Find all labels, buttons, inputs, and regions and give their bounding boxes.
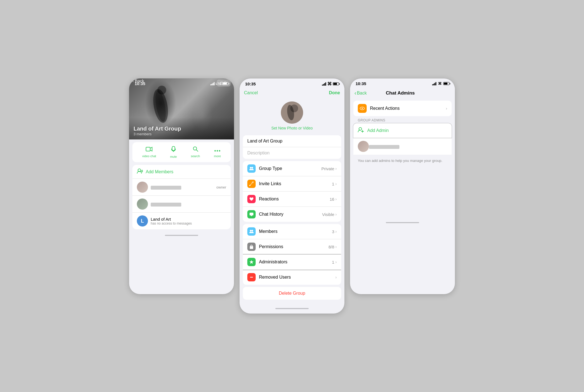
members-row[interactable]: Members 3 › — [243, 224, 341, 239]
group-type-icon — [247, 164, 256, 173]
screen2-edit-group: 10:35 ⌘ Cancel Done — [239, 78, 345, 314]
screen3-chat-admins: 10:35 ⌘ ‹ Back Chat Admins — [350, 78, 455, 294]
members-value: 3 — [332, 229, 334, 234]
battery-icon-3 — [443, 82, 449, 85]
svg-point-25 — [362, 108, 363, 109]
admin-avatar — [358, 141, 369, 152]
delete-section: Delete Group — [243, 287, 341, 300]
time-display: 10:35 — [135, 81, 145, 86]
photo-area: Set New Photo or Video — [240, 97, 344, 133]
lte-icon: LTE — [216, 82, 221, 85]
back-button-3[interactable]: ‹ Back — [354, 90, 367, 96]
mute-button[interactable]: mute — [170, 146, 177, 158]
svg-point-8 — [217, 150, 218, 152]
removed-icon — [247, 273, 256, 281]
add-members-icon — [137, 168, 143, 175]
member-row-3: L Land of Art has no access to messages — [132, 213, 231, 229]
signal-icon-2 — [322, 82, 326, 86]
recent-actions-label: Recent Actions — [370, 106, 446, 111]
group-name: Land of Art Group — [134, 126, 181, 132]
nav-bar-3: ‹ Back Chat Admins — [350, 88, 455, 98]
permissions-value: 8/8 — [328, 245, 334, 249]
svg-line-6 — [196, 150, 198, 151]
done-button[interactable]: Done — [329, 90, 340, 95]
home-indicator-2 — [275, 308, 309, 309]
add-members-row[interactable]: Add Members — [132, 165, 231, 179]
group-type-value: Private — [321, 166, 334, 171]
add-members-label: Add Members — [146, 169, 173, 174]
mute-label: mute — [170, 155, 177, 158]
battery-fill — [223, 83, 226, 85]
set-photo-label[interactable]: Set New Photo or Video — [271, 126, 313, 130]
svg-rect-18 — [250, 213, 253, 215]
cancel-button[interactable]: Cancel — [244, 90, 258, 95]
svg-point-16 — [250, 167, 251, 169]
member-row-1: owner — [132, 179, 231, 196]
search-button[interactable]: search — [191, 146, 200, 158]
status-bar-3: 10:35 ⌘ — [350, 78, 455, 88]
settings-section-2: Members 3 › Permissions 8/8 › — [243, 224, 341, 285]
svg-marker-19 — [251, 215, 252, 216]
recent-actions-row[interactable]: Recent Actions › — [353, 101, 452, 116]
group-photo[interactable] — [281, 101, 303, 124]
page-title-3: Chat Admins — [386, 90, 415, 96]
status-bar-2: 10:35 ⌘ — [240, 78, 344, 88]
svg-point-17 — [251, 167, 253, 169]
add-admin-row[interactable]: Add Admin — [353, 123, 452, 138]
permissions-row[interactable]: Permissions 8/8 › — [243, 239, 341, 254]
invite-links-label: Invite Links — [259, 181, 332, 186]
signal-icon — [210, 82, 215, 85]
member-name-blurred-1 — [151, 186, 181, 190]
member-name-3: Land of Art — [151, 217, 226, 222]
screen1-group-profile: 10:35 LTE — [129, 78, 234, 294]
member-name-1 — [151, 185, 214, 189]
admins-icon — [247, 258, 256, 266]
description-field[interactable]: Description — [243, 147, 341, 159]
administrators-label: Administrators — [259, 259, 332, 264]
settings-section-1: Group Type Private › Invite Links 1 › — [243, 161, 341, 222]
screens-container: 10:35 LTE — [129, 78, 455, 314]
chat-history-row[interactable]: Chat History Visible › — [243, 207, 341, 222]
administrators-value: 1 — [332, 260, 334, 264]
wifi-icon-3: ⌘ — [438, 82, 442, 86]
chevron-icon-admins: › — [335, 260, 337, 264]
group-photo-img — [281, 101, 303, 124]
recent-actions-icon — [358, 104, 367, 113]
history-icon — [247, 210, 256, 218]
add-admin-icon — [358, 127, 364, 134]
member-avatar-1 — [137, 182, 148, 193]
reactions-row[interactable]: Reactions 16 › — [243, 192, 341, 207]
members-count: 3 members — [134, 132, 181, 136]
member-role-1: owner — [217, 185, 226, 189]
signal-icon-3 — [432, 82, 436, 85]
removed-users-row[interactable]: Removed Users › — [243, 270, 341, 285]
search-icon — [193, 146, 198, 153]
group-type-row[interactable]: Group Type Private › — [243, 161, 341, 176]
admin-avatar-img — [358, 141, 369, 152]
bottom-bar-3 — [350, 167, 455, 228]
svg-point-15 — [290, 105, 298, 112]
battery-icon — [222, 82, 228, 85]
svg-rect-3 — [146, 147, 150, 151]
permissions-icon — [247, 243, 256, 251]
chevron-icon-invite: › — [335, 182, 337, 186]
mute-icon — [171, 146, 176, 154]
status-icons-3: ⌘ — [432, 82, 449, 86]
admin-note: You can add admins to help you manage yo… — [353, 156, 452, 166]
bottom-bar-1 — [129, 232, 234, 240]
back-label-3: Back — [357, 91, 367, 96]
group-name-field[interactable]: Land of Art Group — [243, 135, 341, 147]
group-type-label: Group Type — [259, 166, 321, 171]
members-icon — [247, 227, 256, 236]
group-admins-header: GROUP ADMINS — [350, 116, 455, 123]
add-admin-label: Add Admin — [367, 128, 389, 133]
reactions-value: 16 — [330, 197, 334, 202]
chevron-icon-group-type: › — [335, 166, 337, 171]
more-button[interactable]: more — [214, 146, 221, 158]
delete-group-button[interactable]: Delete Group — [243, 287, 341, 300]
video-chat-button[interactable]: video chat — [142, 146, 156, 158]
members-label: Members — [259, 229, 332, 234]
administrators-row[interactable]: Administrators 1 › — [243, 254, 341, 270]
invite-links-row[interactable]: Invite Links 1 › — [243, 176, 341, 192]
avatar-letter-3: L — [137, 215, 148, 226]
